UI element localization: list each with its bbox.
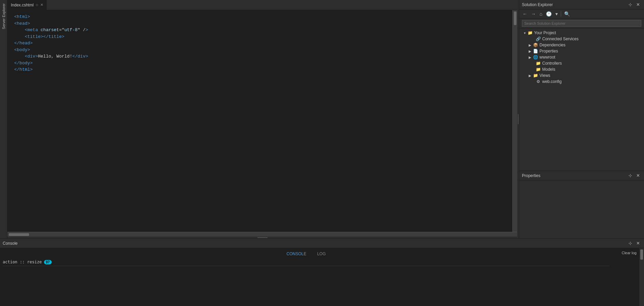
editor-tab[interactable]: Index.cshtml ⊹ ✕ <box>7 0 47 10</box>
connected-services-label: Connected Services <box>542 37 578 41</box>
console-header-actions: ⊹ ✕ <box>627 240 641 246</box>
properties-pin-btn[interactable]: ⊹ <box>627 173 634 178</box>
code-line: <div>Hello, World!</div> <box>14 53 509 60</box>
nav-dropdown-btn[interactable]: ▾ <box>554 11 559 17</box>
tree-item-properties[interactable]: ▶ 📄 Properties <box>519 48 644 54</box>
tab-close-icon[interactable]: ✕ <box>40 3 43 7</box>
wwwroot-icon: 🌐 <box>533 55 538 60</box>
wwwroot-label: wwwroot <box>539 55 555 60</box>
code-line: <meta charset="utf-8" /> <box>14 27 509 34</box>
wwwroot-arrow: ▶ <box>527 56 533 59</box>
properties-panel: Properties ⊹ ✕ <box>519 171 644 238</box>
properties-icon: 📄 <box>533 49 538 53</box>
dependencies-arrow: ▶ <box>527 43 533 47</box>
webconfig-icon: ⚙ <box>535 79 541 84</box>
console-body: CONSOLE LOG action :: resize 97 <box>0 248 612 306</box>
tree-item-controllers[interactable]: ▶ 📁 Controllers <box>519 60 644 66</box>
properties-actions: ⊹ ✕ <box>627 173 641 178</box>
controllers-label: Controllers <box>542 61 562 66</box>
properties-close-btn[interactable]: ✕ <box>635 173 641 178</box>
console-vscroll-thumb[interactable] <box>640 249 643 260</box>
solution-explorer-close-btn[interactable]: ✕ <box>635 2 641 7</box>
console-close-btn[interactable]: ✕ <box>635 240 641 246</box>
tab-console[interactable]: CONSOLE <box>281 251 312 257</box>
code-line: <title></title> <box>14 34 509 40</box>
clear-log-button[interactable]: Clear log <box>622 251 637 255</box>
views-icon: 📁 <box>533 73 538 78</box>
nav-forward-btn[interactable]: → <box>530 11 537 17</box>
log-text: action :: resize <box>3 260 42 264</box>
properties-header: Properties ⊹ ✕ <box>519 171 644 180</box>
tree-item-webconfig[interactable]: ▶ ⚙ web.config <box>519 79 644 85</box>
code-line: <html> <box>14 14 509 20</box>
connected-services-icon: 🔗 <box>535 37 541 41</box>
toolbar-separator <box>561 11 561 17</box>
nav-search-btn[interactable]: 🔍 <box>563 11 571 17</box>
solution-explorer-header: Solution Explorer ⊹ ✕ <box>519 0 644 9</box>
log-badge: 97 <box>44 260 52 264</box>
editor-area: Index.cshtml ⊹ ✕ <html><head> <meta char… <box>7 0 517 238</box>
tree-item-project[interactable]: ▾ 📁 Your Project <box>519 30 644 36</box>
nav-recent-btn[interactable]: 🕐 <box>545 11 553 17</box>
nav-back-btn[interactable]: ← <box>521 11 529 17</box>
tree-item-dependencies[interactable]: ▶ 📦 Dependencies <box>519 42 644 48</box>
console-log-line: action :: resize 97 <box>3 258 610 266</box>
console-title: Console <box>3 241 18 246</box>
models-icon: 📁 <box>535 67 541 72</box>
tab-pin-icon[interactable]: ⊹ <box>36 3 38 7</box>
solution-tree: ▾ 📁 Your Project ▶ 🔗 Connected Services … <box>519 28 644 171</box>
dependencies-label: Dependencies <box>539 43 566 47</box>
controllers-icon: 📁 <box>535 61 541 66</box>
server-explorer-label: Server Explorer <box>2 3 6 29</box>
search-box <box>519 19 644 28</box>
properties-label: Properties <box>539 49 558 53</box>
vscroll-thumb[interactable] <box>514 12 516 25</box>
console-scrollbar[interactable] <box>639 248 644 306</box>
tree-item-wwwroot[interactable]: ▶ 🌐 wwwroot <box>519 54 644 60</box>
solution-search-input[interactable] <box>522 20 641 27</box>
hscroll-thumb[interactable] <box>9 233 29 236</box>
project-icon: 📁 <box>527 30 533 35</box>
dependencies-icon: 📦 <box>533 43 538 47</box>
tree-item-models[interactable]: ▶ 📁 Models <box>519 66 644 72</box>
tab-bar: Index.cshtml ⊹ ✕ <box>7 0 517 10</box>
properties-title: Properties <box>522 173 540 178</box>
editor-vertical-scrollbar[interactable] <box>512 10 517 232</box>
webconfig-arrow: ▶ <box>530 80 535 84</box>
code-line: <head> <box>14 20 509 27</box>
models-label: Models <box>542 67 555 72</box>
solution-toolbar: ← → ⌂ 🕐 ▾ 🔍 <box>519 9 644 19</box>
tree-item-connected-services[interactable]: ▶ 🔗 Connected Services <box>519 36 644 42</box>
models-arrow: ▶ <box>530 68 535 71</box>
views-arrow: ▶ <box>527 74 533 78</box>
code-line: </html> <box>14 66 509 73</box>
console-header: Console ⊹ ✕ <box>0 239 644 248</box>
properties-arrow: ▶ <box>527 49 533 53</box>
views-label: Views <box>539 73 550 78</box>
project-arrow: ▾ <box>522 31 527 35</box>
code-line: </body> <box>14 60 509 67</box>
code-line: </head> <box>14 40 509 47</box>
project-label: Your Project <box>534 30 556 35</box>
code-line: <body> <box>14 47 509 53</box>
console-tabs: CONSOLE LOG <box>3 251 610 257</box>
solution-explorer-pin-btn[interactable]: ⊹ <box>627 2 634 7</box>
code-editor[interactable]: <html><head> <meta charset="utf-8" /> <t… <box>7 10 512 232</box>
splitter-handle <box>257 237 268 238</box>
tree-item-views[interactable]: ▶ 📁 Views <box>519 72 644 79</box>
webconfig-label: web.config <box>542 79 561 84</box>
tab-filename: Index.cshtml <box>11 3 33 7</box>
editor-horizontal-scrollbar[interactable] <box>7 232 517 237</box>
solution-explorer-title: Solution Explorer <box>522 2 553 7</box>
nav-home-btn[interactable]: ⌂ <box>538 11 544 17</box>
server-explorer-panel[interactable]: Server Explorer <box>0 0 7 238</box>
console-panel: Console ⊹ ✕ CONSOLE LOG action :: resize… <box>0 238 644 306</box>
console-pin-btn[interactable]: ⊹ <box>627 240 634 246</box>
tab-log[interactable]: LOG <box>312 251 331 257</box>
solution-explorer-panel: Solution Explorer ⊹ ✕ ← → ⌂ 🕐 ▾ 🔍 ▾ <box>519 0 644 238</box>
connected-services-arrow: ▶ <box>530 37 535 41</box>
vertical-splitter-handle <box>518 114 519 124</box>
controllers-arrow: ▶ <box>530 62 535 65</box>
solution-explorer-actions: ⊹ ✕ <box>627 2 641 7</box>
